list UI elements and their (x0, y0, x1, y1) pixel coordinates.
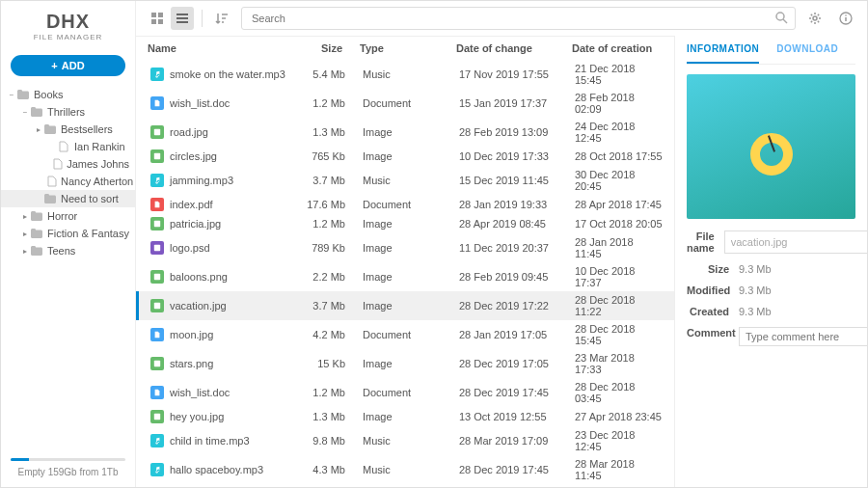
tree-item[interactable]: Nancy Atherton (1, 173, 135, 190)
file-name: moon.jpg (170, 329, 213, 340)
file-create: 30 Dec 2018 20:45 (575, 169, 663, 192)
file-change: 15 Jan 2019 17:37 (459, 97, 575, 109)
file-name: stars.png (170, 358, 213, 369)
comment-input[interactable] (739, 327, 867, 346)
tree-item[interactable]: −Books (1, 86, 135, 103)
file-name: patricia.jpg (170, 218, 221, 230)
svg-rect-3 (158, 19, 163, 24)
svg-rect-4 (176, 14, 188, 15)
tree-item[interactable]: ▸Horror (1, 207, 135, 225)
folder-icon (30, 228, 43, 239)
tree-item[interactable]: ▸Fiction & Fantasy (1, 225, 135, 242)
tree-toggle-icon[interactable]: ▸ (34, 125, 43, 134)
file-type: Image (363, 300, 459, 312)
tree-item[interactable]: −Thrillers (1, 103, 135, 121)
tab-download[interactable]: DOWNLOAD (776, 36, 838, 64)
search-icon (775, 12, 788, 27)
file-create: 17 Oct 2018 20:05 (575, 218, 663, 230)
file-change: 28 Jan 2019 17:05 (459, 329, 575, 340)
file-change: 28 Dec 2019 17:05 (459, 358, 575, 369)
file-row[interactable]: wish_list.doc1.2 MbDocument15 Jan 2019 1… (136, 89, 674, 118)
svg-rect-16 (154, 245, 160, 251)
tree-item[interactable]: ▸Bestsellers (1, 121, 135, 138)
tree-toggle-icon[interactable]: ▸ (20, 212, 30, 221)
file-change: 11 Dec 2019 20:37 (459, 242, 575, 254)
comment-label: Comment (687, 327, 739, 346)
file-change: 28 Feb 2019 09:45 (459, 271, 575, 283)
tree-toggle-icon[interactable]: − (20, 108, 30, 117)
add-button[interactable]: + ADD (11, 55, 125, 76)
file-size: 15 Kb (305, 358, 363, 369)
file-row[interactable]: index.pdf17.6 MbDocument28 Jan 2019 19:3… (136, 195, 674, 214)
preview-image (687, 74, 855, 219)
file-name: logo.psd (170, 242, 210, 254)
file-create: 28 Jan 2018 11:45 (575, 236, 663, 259)
sort-button[interactable] (210, 7, 233, 30)
file-row[interactable]: child in time.mp39.8 MbMusic28 Mar 2019 … (136, 426, 674, 455)
storage-meter: Empty 159Gb from 1Tb (1, 450, 135, 487)
tree-item[interactable]: Ian Rankin (1, 138, 135, 155)
tree-item[interactable]: Need to sort (1, 190, 135, 207)
settings-button[interactable] (803, 7, 827, 30)
file-size: 3.7 Mb (305, 175, 363, 186)
file-row[interactable]: smoke on the water.mp35.4 MbMusic17 Nov … (136, 60, 674, 89)
col-name[interactable]: Name (148, 42, 302, 54)
tree-item[interactable]: ▸Teens (1, 242, 135, 259)
file-type: Music (363, 464, 459, 475)
file-row[interactable]: circles.jpg765 KbImage10 Dec 2019 17:332… (136, 147, 674, 166)
music-file-icon (150, 68, 164, 81)
file-size: 765 Kb (305, 150, 363, 162)
filename-label: File name (687, 230, 724, 254)
tree-item-label: Teens (47, 245, 75, 257)
svg-point-7 (776, 13, 784, 20)
file-size: 3.7 Mb (305, 300, 363, 312)
file-type: Document (363, 97, 459, 109)
list-icon (176, 12, 189, 25)
file-change: 10 Dec 2019 17:33 (459, 150, 575, 162)
file-row[interactable]: hey you.jpg1.3 MbImage13 Oct 2019 12:552… (136, 407, 674, 426)
tree-item-label: Ian Rankin (74, 141, 125, 152)
file-size: 1.2 Mb (305, 218, 363, 230)
image-file-icon (150, 357, 164, 370)
file-create: 28 Dec 2018 03:45 (575, 381, 663, 404)
file-row[interactable]: wish_list.doc1.2 MbDocument28 Dec 2019 1… (136, 378, 674, 407)
file-name: road.jpg (170, 126, 208, 138)
doc-file-icon (150, 386, 164, 399)
svg-rect-5 (176, 17, 188, 19)
file-row[interactable]: stars.png15 KbImage28 Dec 2019 17:0523 M… (136, 349, 674, 378)
list-view-button[interactable] (171, 7, 194, 30)
file-list-header: Name Size Type Date of change Date of cr… (136, 37, 674, 60)
file-row[interactable]: baloons.png2.2 MbImage28 Feb 2019 09:451… (136, 262, 674, 291)
col-create[interactable]: Date of creation (572, 42, 663, 54)
file-row[interactable]: vacation.jpg3.7 MbImage28 Dec 2019 17:22… (136, 291, 674, 320)
tree-toggle-icon[interactable]: − (7, 91, 16, 99)
psd-file-icon (150, 241, 164, 255)
created-label: Created (687, 306, 739, 317)
file-create: 28 Dec 2018 11:22 (575, 294, 663, 317)
music-file-icon (150, 174, 164, 187)
file-row[interactable]: jamming.mp33.7 MbMusic15 Dec 2019 11:453… (136, 166, 674, 195)
svg-rect-17 (154, 274, 160, 280)
file-row[interactable]: logo.psd789 KbImage11 Dec 2019 20:3728 J… (136, 233, 674, 262)
file-row[interactable]: what's on your mind.pdf17.6 MbDocument11… (136, 484, 674, 487)
doc-file-icon (150, 328, 164, 341)
search-input[interactable] (241, 7, 796, 30)
filename-input[interactable] (724, 230, 867, 254)
svg-rect-2 (151, 19, 156, 24)
grid-view-button[interactable] (146, 7, 169, 30)
tree-toggle-icon[interactable]: ▸ (20, 247, 30, 256)
logo-subtitle: FILE MANAGER (1, 33, 135, 41)
col-change[interactable]: Date of change (456, 42, 572, 54)
tree-toggle-icon[interactable]: ▸ (20, 230, 30, 238)
file-row[interactable]: road.jpg1.3 MbImage28 Feb 2019 13:0924 D… (136, 118, 674, 147)
file-row[interactable]: moon.jpg4.2 MbDocument28 Jan 2019 17:052… (136, 320, 674, 349)
tree-item[interactable]: James Johns (1, 155, 135, 173)
col-type[interactable]: Type (360, 42, 456, 54)
info-button[interactable] (834, 7, 857, 30)
file-row[interactable]: hallo spaceboy.mp34.3 MbMusic28 Dec 2019… (136, 455, 674, 484)
tab-information[interactable]: INFORMATION (687, 36, 759, 64)
file-type: Music (363, 175, 459, 186)
svg-rect-18 (154, 303, 160, 309)
file-row[interactable]: patricia.jpg1.2 MbImage28 Apr 2019 08:45… (136, 214, 674, 233)
col-size[interactable]: Size (302, 42, 360, 54)
